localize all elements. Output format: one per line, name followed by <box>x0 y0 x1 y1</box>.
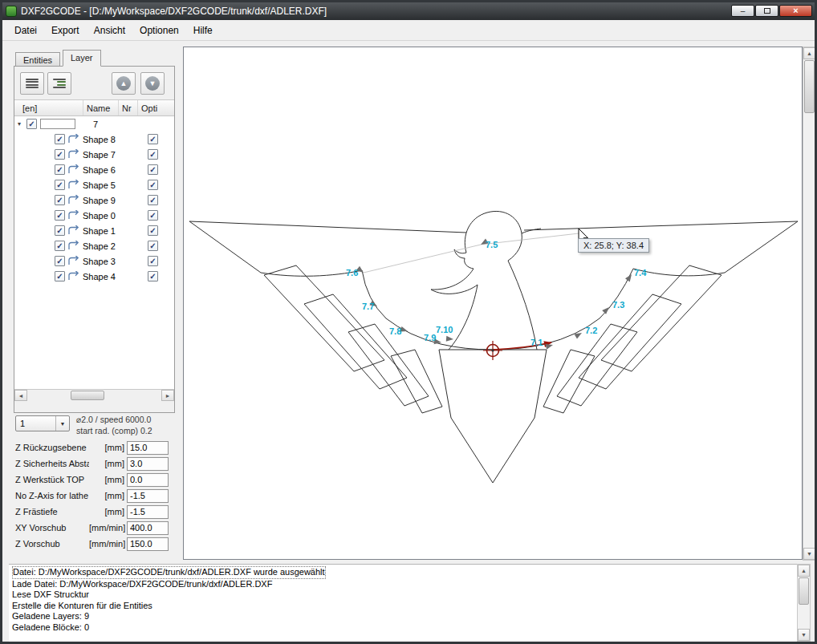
scroll-down-icon[interactable]: ▼ <box>803 548 815 560</box>
shape-enable-checkbox[interactable]: ✓ <box>55 210 65 221</box>
shape-opti-checkbox[interactable]: ✓ <box>148 149 158 160</box>
shape-row[interactable]: ✓ Shape 3 ✓ <box>14 253 174 269</box>
shape-opti-checkbox[interactable]: ✓ <box>148 210 158 221</box>
tree-header-cell[interactable]: Name <box>83 100 119 115</box>
contour-label[interactable]: 7.5 <box>486 240 498 249</box>
layers-list-button[interactable] <box>20 72 44 95</box>
contour-label[interactable]: 7.1 <box>530 338 543 347</box>
scroll-up-icon[interactable]: ▲ <box>803 47 815 59</box>
log-line[interactable]: Geladene Blöcke: 0 <box>12 622 89 634</box>
contour-label[interactable]: 7.3 <box>612 300 624 310</box>
shape-opti-checkbox[interactable]: ✓ <box>148 164 158 175</box>
shape-name: Shape 5 <box>83 180 116 190</box>
shape-opti-checkbox[interactable]: ✓ <box>148 225 158 236</box>
layer-row[interactable]: ▾ ✓ 7 <box>14 116 174 132</box>
shape-opti-checkbox[interactable]: ✓ <box>148 195 158 205</box>
tool-selector[interactable]: 1 ▼ <box>15 415 70 431</box>
close-button[interactable]: × <box>779 5 812 17</box>
tree-header[interactable]: [en]NameNrOpti <box>14 100 174 116</box>
message-log[interactable]: Datei: D:/MyWorkspace/DXF2GCODE/trunk/dx… <box>9 564 797 642</box>
layer-name-editbox[interactable] <box>40 119 75 129</box>
contour-label[interactable]: 7.9 <box>424 333 436 342</box>
tree-header-cell[interactable]: [en] <box>14 100 83 115</box>
expander-icon[interactable]: ▾ <box>18 120 26 128</box>
param-input[interactable] <box>127 473 169 487</box>
shape-icon <box>67 134 80 144</box>
minimize-button[interactable]: – <box>731 5 754 17</box>
shape-icon <box>67 195 80 205</box>
log-line[interactable]: Datei: D:/MyWorkspace/DXF2GCODE/trunk/dx… <box>12 566 326 579</box>
scroll-up-icon[interactable]: ▲ <box>798 565 810 577</box>
shape-enable-checkbox[interactable]: ✓ <box>55 271 65 281</box>
shape-opti-checkbox[interactable]: ✓ <box>148 180 158 190</box>
shape-row[interactable]: ✓ Shape 2 ✓ <box>14 238 174 253</box>
scrollbar-thumb[interactable] <box>799 577 809 605</box>
titlebar[interactable]: DXF2GCODE - [D:/MyWorkspace/DXF2GCODE/tr… <box>2 2 815 20</box>
contour-label[interactable]: 7.6 <box>346 268 358 277</box>
tree-header-cell[interactable]: Nr <box>119 100 138 115</box>
maximize-button[interactable] <box>755 5 778 17</box>
canvas-vertical-scrollbar[interactable]: ▲ ▼ <box>803 47 816 561</box>
shape-name: Shape 2 <box>83 241 116 251</box>
log-line[interactable]: Lese DXF Strucktur <box>12 589 89 601</box>
shape-row[interactable]: ✓ Shape 1 ✓ <box>14 223 174 238</box>
shape-icon <box>67 164 80 175</box>
menu-optionen[interactable]: Optionen <box>132 22 186 39</box>
layer-visible-checkbox[interactable]: ✓ <box>26 119 37 129</box>
param-input[interactable] <box>127 521 169 535</box>
shape-row[interactable]: ✓ Shape 9 ✓ <box>14 192 174 208</box>
shape-enable-checkbox[interactable]: ✓ <box>55 149 65 160</box>
contour-label[interactable]: 7.7 <box>362 302 374 311</box>
scroll-right-icon[interactable]: ► <box>161 390 174 401</box>
shape-enable-checkbox[interactable]: ✓ <box>55 134 65 144</box>
shape-icon <box>67 256 80 266</box>
shape-opti-checkbox[interactable]: ✓ <box>148 134 158 144</box>
menu-export[interactable]: Export <box>44 22 87 39</box>
param-input[interactable] <box>127 489 169 503</box>
drawing-canvas[interactable]: 7.57.67.77.87.97.107.17.27.37.4 X: 25.8;… <box>183 47 803 560</box>
log-line[interactable]: Geladene Layers: 9 <box>12 611 89 622</box>
scroll-down-icon[interactable]: ▼ <box>798 629 810 641</box>
contour-label[interactable]: 7.2 <box>585 326 597 335</box>
param-input[interactable] <box>127 537 169 551</box>
tab-layer[interactable]: Layer <box>63 50 101 67</box>
shape-row[interactable]: ✓ Shape 4 ✓ <box>14 269 174 284</box>
param-input[interactable] <box>127 505 169 519</box>
shape-row[interactable]: ✓ Shape 5 ✓ <box>14 177 174 192</box>
shape-enable-checkbox[interactable]: ✓ <box>55 256 65 266</box>
shape-opti-checkbox[interactable]: ✓ <box>148 241 158 251</box>
log-line[interactable]: Erstelle die Konturen für die Entities <box>12 601 152 612</box>
contour-label[interactable]: 7.4 <box>634 268 647 277</box>
check-icon: ✓ <box>56 166 63 174</box>
tab-entities[interactable]: Entities <box>15 52 60 67</box>
move-layer-down-button[interactable]: ▼ <box>140 72 165 95</box>
shape-enable-checkbox[interactable]: ✓ <box>55 195 65 205</box>
param-input[interactable] <box>127 441 169 455</box>
scrollbar-thumb[interactable] <box>804 60 815 113</box>
menu-datei[interactable]: Datei <box>7 22 44 39</box>
shape-opti-checkbox[interactable]: ✓ <box>148 256 158 266</box>
chevron-down-icon[interactable]: ▼ <box>55 416 69 431</box>
shape-opti-checkbox[interactable]: ✓ <box>148 271 158 281</box>
shape-row[interactable]: ✓ Shape 8 ✓ <box>14 132 174 147</box>
shape-row[interactable]: ✓ Shape 6 ✓ <box>14 162 174 177</box>
move-layer-up-button[interactable]: ▲ <box>112 72 136 95</box>
shape-row[interactable]: ✓ Shape 7 ✓ <box>14 147 174 162</box>
contour-label[interactable]: 7.10 <box>436 325 453 334</box>
tree-horizontal-scrollbar[interactable]: ◄ ► <box>14 389 174 401</box>
contour-label[interactable]: 7.8 <box>389 326 401 336</box>
scrollbar-thumb[interactable] <box>71 391 104 400</box>
menu-ansicht[interactable]: Ansicht <box>87 22 132 39</box>
menu-hilfe[interactable]: Hilfe <box>186 22 220 39</box>
param-input[interactable] <box>127 457 169 471</box>
shape-enable-checkbox[interactable]: ✓ <box>55 164 65 175</box>
tree-header-cell[interactable]: Opti <box>138 100 174 115</box>
shape-enable-checkbox[interactable]: ✓ <box>55 241 65 251</box>
log-vertical-scrollbar[interactable]: ▲ ▼ <box>797 564 811 642</box>
scroll-left-icon[interactable]: ◄ <box>14 390 27 401</box>
shape-enable-checkbox[interactable]: ✓ <box>55 225 65 236</box>
shape-row[interactable]: ✓ Shape 0 ✓ <box>14 208 174 223</box>
log-line[interactable]: Lade Datei: D:/MyWorkspace/DXF2GCODE/tru… <box>12 579 272 590</box>
layers-structure-button[interactable] <box>47 72 71 95</box>
shape-enable-checkbox[interactable]: ✓ <box>55 180 65 190</box>
